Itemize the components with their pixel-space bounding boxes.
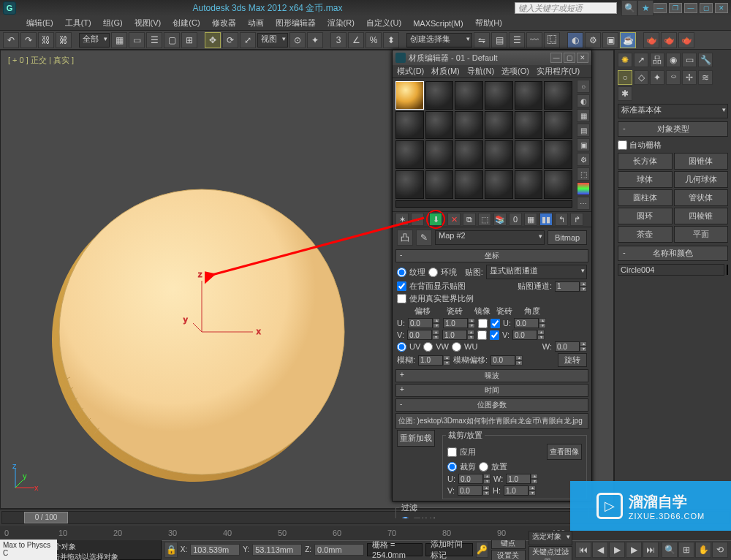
prev-frame-icon[interactable]: ◀ <box>592 542 608 558</box>
vw-radio[interactable] <box>423 342 433 352</box>
place-radio[interactable] <box>479 462 488 472</box>
pctsnap-icon[interactable]: % <box>366 32 382 48</box>
pivot-icon[interactable]: ⊙ <box>289 32 306 48</box>
menu-create[interactable]: 创建(C) <box>173 18 200 29</box>
nav-zoomall-icon[interactable]: ⊞ <box>678 542 694 558</box>
make-preview-icon[interactable]: ⋯ <box>577 197 590 210</box>
bitmap-path-button[interactable]: 位图: )esktop\3Dmax如何制作青眼白龙金币\青眼白龙.jpg <box>395 413 588 429</box>
spinnersnap-icon[interactable]: ⬍ <box>383 32 399 48</box>
rotate-icon[interactable]: ⟳ <box>222 32 238 48</box>
make-copy-icon[interactable]: ⧉ <box>463 213 476 226</box>
material-slot[interactable] <box>485 81 513 110</box>
material-slot[interactable] <box>455 111 483 140</box>
btn-cylinder[interactable]: 圆柱体 <box>618 189 673 206</box>
show-end-icon[interactable]: ▮▮ <box>539 213 553 226</box>
map-type-button[interactable]: Bitmap <box>548 230 587 245</box>
cat-shapes[interactable]: ◇ <box>634 70 648 85</box>
rectsel-icon[interactable]: ▢ <box>164 32 180 48</box>
addtag-label[interactable]: 添加时间标记 <box>431 539 468 561</box>
options-icon[interactable]: ⚙ <box>577 153 590 166</box>
anglesnap-icon[interactable]: ∠ <box>348 32 364 48</box>
key-icon[interactable]: 🔑 <box>476 542 488 558</box>
btn-cone[interactable]: 圆锥体 <box>674 153 729 170</box>
teapot3-icon[interactable]: 🫖 <box>678 32 694 48</box>
link-icon[interactable]: ⛓ <box>38 32 54 48</box>
layers-icon[interactable]: ☰ <box>509 32 525 48</box>
btn-torus[interactable]: 圆环 <box>618 208 673 224</box>
mapping-dropdown[interactable]: 显式贴图通道 <box>486 265 587 279</box>
help-icon[interactable]: 🔍 <box>621 0 637 16</box>
tab-motion[interactable]: ◉ <box>666 53 681 67</box>
material-slot[interactable] <box>544 81 572 110</box>
close-button[interactable]: ✕ <box>715 3 728 13</box>
primitive-category-dropdown[interactable]: 标准基本体 <box>618 104 728 118</box>
refcoord-dropdown[interactable]: 视图 <box>257 33 288 48</box>
snap-icon[interactable]: 3 <box>330 32 346 48</box>
tab-display[interactable]: ▭ <box>682 53 697 67</box>
crop-u[interactable] <box>458 474 483 484</box>
uvtile-icon[interactable]: ▤ <box>577 124 590 137</box>
selection-set-dropdown[interactable]: 创建选择集 <box>406 33 472 48</box>
material-slot[interactable] <box>515 81 543 110</box>
reload-button[interactable]: 重新加载 <box>397 430 435 447</box>
texture-radio[interactable] <box>397 268 406 277</box>
coord-z[interactable] <box>314 544 364 556</box>
matedit-max[interactable]: ▢ <box>564 53 575 63</box>
coord-x[interactable] <box>190 544 240 556</box>
star-icon[interactable]: ★ <box>637 0 654 16</box>
manip-icon[interactable]: ✦ <box>307 32 323 48</box>
backlight-icon[interactable]: ◐ <box>577 94 590 107</box>
rollout-bitmap-params[interactable]: 位图参数 <box>395 398 588 412</box>
material-slot[interactable] <box>425 170 454 199</box>
material-slot[interactable] <box>544 111 572 140</box>
nav-zoom-icon[interactable]: 🔍 <box>662 542 678 558</box>
keymode-dropdown[interactable]: 选定对象 <box>529 531 572 545</box>
material-slot[interactable] <box>395 170 424 199</box>
btn-geosphere[interactable]: 几何球体 <box>674 171 729 188</box>
mapchannel-spinner[interactable] <box>555 281 580 292</box>
v-mirror[interactable] <box>477 330 487 340</box>
btn-tube[interactable]: 管状体 <box>674 189 729 206</box>
object-name-input[interactable] <box>618 264 724 276</box>
u-offset[interactable] <box>408 318 433 328</box>
matmenu-material[interactable]: 材质(M) <box>431 66 460 77</box>
matedit-icon[interactable]: ◐ <box>567 32 583 48</box>
goto-end-icon[interactable]: ⏭ <box>643 542 659 558</box>
make-unique-icon[interactable]: ⬚ <box>478 213 491 226</box>
rollout-object-type[interactable]: 对象类型 <box>618 121 728 137</box>
crop-w[interactable] <box>506 474 531 484</box>
selname-icon[interactable]: ☰ <box>146 32 162 48</box>
material-slot-1[interactable] <box>395 81 424 110</box>
rotate-button[interactable]: 旋转 <box>558 353 587 367</box>
rendersetup-icon[interactable]: ⚙ <box>585 32 601 48</box>
material-slot[interactable] <box>395 111 424 140</box>
reset-map-icon[interactable]: ✕ <box>447 213 461 226</box>
cat-space[interactable]: ≋ <box>698 70 713 85</box>
material-slot[interactable] <box>485 170 513 199</box>
goto-start-icon[interactable]: ⏮ <box>575 542 591 558</box>
redo-icon[interactable]: ↷ <box>20 32 37 48</box>
v-tile-cb[interactable] <box>490 330 499 340</box>
cat-cameras[interactable]: ⌔ <box>666 70 681 85</box>
environ-radio[interactable] <box>428 268 438 277</box>
autogrid-checkbox[interactable] <box>618 140 627 150</box>
selection-scope-dropdown[interactable]: 全部 <box>79 33 110 48</box>
nav-back-icon[interactable]: 凸 <box>397 230 413 246</box>
coord-y[interactable] <box>252 544 302 556</box>
help-search[interactable]: 键入关键字或短语 <box>515 2 617 14</box>
cat-geometry[interactable]: ○ <box>618 70 632 85</box>
teapot1-icon[interactable]: 🫖 <box>643 32 659 48</box>
filter-pyramidal[interactable] <box>401 517 410 518</box>
tab-utilities[interactable]: 🔧 <box>698 53 713 67</box>
showback-checkbox[interactable] <box>397 281 406 291</box>
menu-edit[interactable]: 编辑(E) <box>26 18 53 29</box>
tab-hierarchy[interactable]: 品 <box>650 53 664 67</box>
v-angle[interactable] <box>512 330 537 340</box>
u-tile-cb[interactable] <box>491 319 500 328</box>
menu-maxscript[interactable]: MAXScript(M) <box>413 19 463 28</box>
move-icon[interactable]: ✥ <box>205 32 221 48</box>
undo-icon[interactable]: ↶ <box>3 32 19 48</box>
material-slot[interactable] <box>425 81 454 110</box>
material-slot[interactable] <box>485 140 513 169</box>
put-to-lib-icon[interactable]: 📚 <box>493 213 507 226</box>
